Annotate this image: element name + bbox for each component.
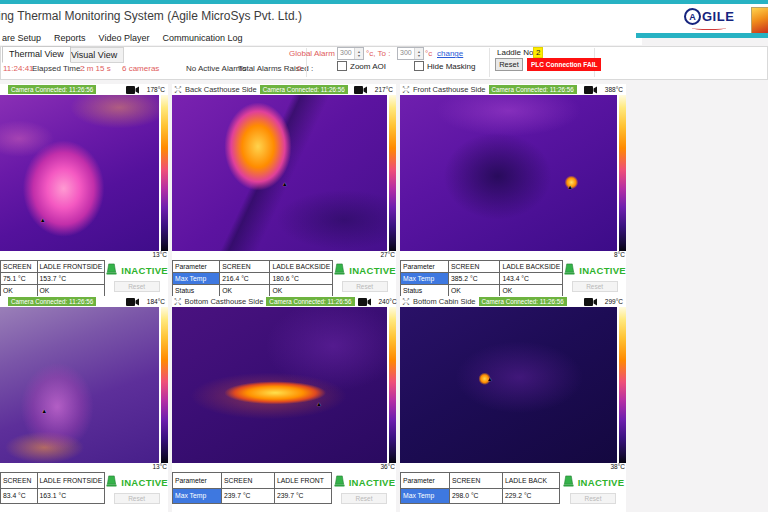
spinner-arrows-icon[interactable]: ▲▼ (354, 48, 363, 59)
menu-item-setup[interactable]: are Setup (2, 33, 41, 43)
alarm-to-spinner[interactable]: 300 ▲▼ (397, 47, 424, 60)
hotspot-marker-icon: ▲ (567, 184, 573, 190)
elapsed-label: Elapsed Time : (32, 64, 85, 73)
resize-icon[interactable]: ↖↗↙↘ (174, 298, 182, 306)
video-camera-icon (584, 298, 597, 306)
alarm-mid-label: °c, To : (366, 49, 390, 58)
thermal-image[interactable]: ▲ (0, 307, 159, 463)
value-cell: 298.0 °C (450, 488, 503, 504)
zoom-aoi-option[interactable]: Zoom AOI (337, 61, 386, 71)
clock-text: 11:24:41 (3, 64, 34, 73)
table-header-cell: SCREEN (449, 261, 500, 273)
resize-icon[interactable]: ↖↗↙↘ (402, 298, 410, 306)
menu-item-communication-log[interactable]: Communication Log (162, 33, 242, 43)
scale-max-label: 184°C (147, 298, 165, 305)
tab-thermal-view[interactable]: Thermal View (2, 46, 71, 63)
camera-reset-button[interactable]: Reset (342, 281, 388, 292)
alarms-raised-value: 0 (297, 64, 301, 73)
camera-reset-button[interactable]: Reset (570, 493, 616, 504)
beacon-icon (562, 473, 575, 491)
param-cell: Status (173, 285, 220, 297)
param-cell-selected[interactable]: Max Temp (401, 273, 449, 285)
hide-masking-option[interactable]: Hide Masking (414, 61, 475, 71)
status-cell: OK (220, 285, 270, 297)
temperature-scale (389, 307, 396, 463)
readings-table: Parameter SCREEN LADLE BACKSIDE Max Temp… (172, 260, 333, 297)
video-camera-icon (358, 298, 371, 306)
camera-reset-button[interactable]: Reset (572, 281, 618, 292)
hotspot-marker-icon: ▲ (316, 401, 322, 407)
temperature-scale (619, 95, 626, 251)
camera-status-badge: Camera Connected: 11:26:56 (260, 85, 348, 94)
zoom-aoi-checkbox[interactable] (337, 61, 347, 71)
logo-accent-strip (636, 33, 768, 38)
tab-visual-view[interactable]: Visual View (64, 47, 124, 63)
value-cell: 75.1 °C (1, 273, 38, 285)
hide-masking-checkbox[interactable] (414, 61, 424, 71)
param-cell-selected[interactable]: Max Temp (173, 488, 222, 504)
scale-min-label: 8°C (614, 251, 625, 258)
beacon-icon (105, 261, 118, 279)
beacon-icon (105, 473, 118, 491)
app-window: ing Thermal Monitoring System (Agile Mic… (0, 0, 768, 512)
param-cell-selected[interactable]: Max Temp (173, 273, 220, 285)
scale-min-label: 38°C (610, 463, 625, 470)
alarm-to-value: 300 (398, 48, 414, 59)
menu-item-reports[interactable]: Reports (54, 33, 86, 43)
camera-reset-button[interactable]: Reset (341, 493, 387, 504)
table-header-cell: LADLE BACKSIDE (500, 261, 563, 273)
value-cell: 239.7 °C (275, 488, 332, 504)
thermal-image[interactable]: ▲ (0, 95, 159, 251)
scale-min-label: 13°C (152, 463, 167, 470)
window-title: ing Thermal Monitoring System (Agile Mic… (0, 9, 302, 23)
resize-icon[interactable]: ↖↗↙↘ (174, 86, 182, 94)
alarm-from-spinner[interactable]: 300 ▲▼ (337, 47, 364, 60)
inactive-label: INACTIVE (349, 477, 396, 488)
value-cell: 153.7 °C (37, 273, 105, 285)
camera-status-badge: Camera Connected: 11:26:56 (479, 297, 567, 306)
camera-status-badge: Camera Connected: 11:26:56 (266, 297, 354, 306)
thermal-image[interactable]: ▲ (172, 95, 387, 251)
camera-title: Front Casthouse Side (413, 85, 486, 94)
table-header-cell: LADLE BACK (503, 473, 560, 489)
scale-min-label: 27°C (380, 251, 395, 258)
thermal-image[interactable]: ▲ (400, 307, 617, 463)
value-cell: 180.6 °C (270, 273, 333, 285)
table-header-cell: Parameter (401, 473, 450, 489)
change-link[interactable]: change (437, 49, 463, 58)
readings-table: Parameter SCREEN LADLE BACK Max Temp 298… (400, 472, 560, 504)
table-header-cell: SCREEN (220, 261, 270, 273)
table-header-cell: LADLE FRONTSIDE (37, 473, 105, 489)
camera-reset-button[interactable]: Reset (114, 493, 160, 504)
table-header-cell: Parameter (401, 261, 449, 273)
inactive-label: INACTIVE (579, 265, 626, 276)
camera-reset-button[interactable]: Reset (114, 281, 160, 292)
temperature-scale (161, 95, 168, 251)
status-cell: OK (1, 285, 38, 297)
scale-max-label: 217°C (375, 86, 393, 93)
value-cell: 216.4 °C (220, 273, 270, 285)
param-cell-selected[interactable]: Max Temp (401, 488, 450, 504)
readings-table: SCREEN LADLE FRONTSIDE 75.1 °C 153.7 °C … (0, 260, 105, 297)
thermal-image[interactable]: ▲ (172, 307, 387, 463)
camera-panel-1: Camera Connected: 11:26:56 178°C ▲ 13°C … (0, 84, 168, 296)
inactive-label: INACTIVE (121, 477, 168, 488)
menu-item-video-player[interactable]: Video Player (99, 33, 150, 43)
temperature-scale (619, 307, 626, 463)
scale-max-label: 178°C (147, 86, 165, 93)
status-cell: OK (449, 285, 500, 297)
beacon-icon (563, 261, 576, 279)
inactive-label: INACTIVE (121, 265, 168, 276)
laddle-no-value: 2 (533, 47, 543, 58)
camera-status-badge: Camera Connected: 11:26:56 (8, 85, 96, 94)
table-header-cell: SCREEN (222, 473, 275, 489)
thermal-image[interactable]: ▲ (400, 95, 617, 251)
scale-max-label: 388°C (605, 86, 623, 93)
hotspot-marker-icon: ▲ (282, 181, 288, 187)
reset-button[interactable]: Reset (495, 58, 523, 71)
resize-icon[interactable]: ↖↗↙↘ (402, 86, 410, 94)
table-header-cell: SCREEN (450, 473, 503, 489)
camera-title: Bottom Cabin Side (413, 297, 476, 306)
spinner-arrows-icon[interactable]: ▲▼ (414, 48, 423, 59)
camera-title: Back Casthouse Side (185, 85, 257, 94)
